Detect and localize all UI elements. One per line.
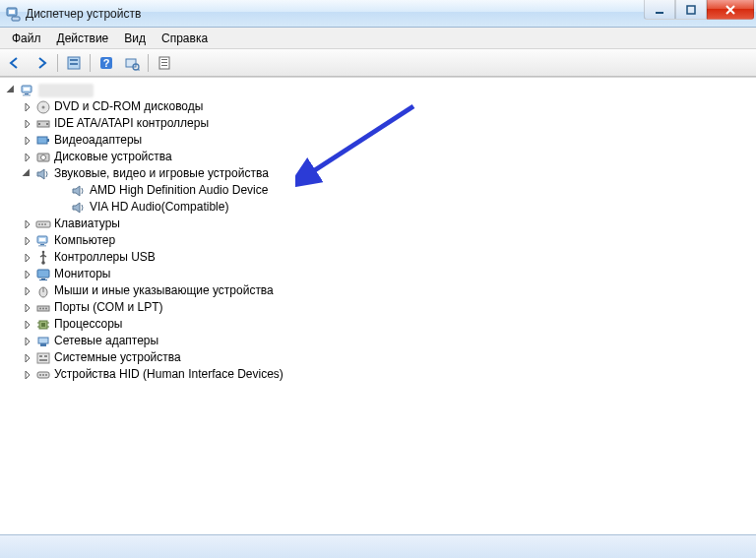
twisty-expanded-icon[interactable] [22, 168, 33, 180]
svg-rect-15 [161, 65, 167, 66]
minimize-button[interactable] [644, 0, 675, 20]
forward-button[interactable] [30, 52, 53, 74]
tree-category[interactable]: Процессоры [4, 316, 756, 333]
svg-rect-13 [161, 59, 167, 60]
disk-drive-icon [35, 150, 51, 165]
titlebar: Диспетчер устройств [0, 0, 756, 28]
svg-rect-7 [70, 63, 78, 65]
usb-icon [35, 250, 51, 266]
tree-category[interactable]: Мониторы [4, 266, 756, 282]
network-icon [35, 334, 51, 349]
twisty-expanded-icon[interactable] [6, 85, 18, 96]
twisty-collapsed-icon[interactable] [22, 302, 33, 314]
tree-category-label: Дисковые устройства [54, 149, 172, 165]
tree-category-label: Мониторы [54, 266, 110, 282]
tree-category[interactable]: Порты (COM и LPT) [4, 299, 756, 316]
svg-rect-4 [687, 6, 695, 14]
twisty-collapsed-icon[interactable] [22, 269, 33, 280]
tree-category-label: Клавиатуры [54, 216, 120, 232]
tree-device[interactable]: AMD High Definition Audio Device [4, 182, 756, 199]
ide-controller-icon [35, 116, 51, 132]
maximize-button[interactable] [675, 0, 707, 20]
tree-category[interactable]: IDE ATA/ATAPI контроллеры [4, 115, 756, 132]
cpu-icon [35, 317, 51, 333]
computer-icon [35, 233, 51, 249]
twisty-collapsed-icon[interactable] [22, 101, 33, 113]
twisty-collapsed-icon[interactable] [22, 285, 33, 297]
svg-rect-6 [70, 59, 78, 61]
tree-category[interactable]: DVD и CD-ROM дисководы [4, 98, 756, 115]
twisty-collapsed-icon[interactable] [22, 336, 33, 347]
display-adapter-icon [35, 133, 51, 149]
tree-device-label: AMD High Definition Audio Device [90, 182, 268, 199]
tree-device[interactable]: VIA HD Audio(Compatible) [4, 199, 756, 216]
svg-rect-3 [656, 12, 663, 14]
svg-rect-1 [9, 10, 15, 14]
toolbar-separator [90, 54, 91, 72]
port-icon [35, 300, 51, 316]
tree-category-label: Мыши и иные указывающие устройства [54, 282, 274, 299]
twisty-collapsed-icon[interactable] [22, 319, 33, 331]
tree-category-label: Сетевые адаптеры [54, 333, 158, 349]
system-icon [35, 350, 51, 366]
root-node-label [38, 84, 94, 97]
menu-action[interactable]: Действие [49, 29, 117, 48]
svg-rect-10 [126, 59, 136, 67]
status-bar [0, 534, 756, 558]
tree-category[interactable]: Системные устройства [4, 349, 756, 366]
twisty-none [57, 202, 69, 214]
twisty-collapsed-icon[interactable] [22, 235, 33, 247]
svg-rect-14 [161, 62, 167, 63]
toolbar: ? [0, 49, 756, 77]
window-controls [644, 0, 754, 20]
tree-root[interactable] [4, 82, 756, 98]
twisty-collapsed-icon[interactable] [22, 218, 33, 230]
help-button[interactable]: ? [94, 52, 118, 74]
tree-category[interactable]: Мыши и иные указывающие устройства [4, 282, 756, 299]
show-hidden-button[interactable] [62, 52, 86, 74]
sound-icon [71, 200, 87, 216]
properties-button[interactable] [153, 52, 176, 74]
svg-rect-2 [12, 17, 20, 21]
twisty-collapsed-icon[interactable] [22, 252, 33, 264]
close-button[interactable] [707, 0, 754, 20]
tree-category[interactable]: Дисковые устройства [4, 149, 756, 165]
tree-category-label: Компьютер [54, 232, 115, 249]
twisty-collapsed-icon[interactable] [22, 118, 33, 130]
tree-category[interactable]: Устройства HID (Human Interface Devices) [4, 366, 756, 383]
twisty-collapsed-icon[interactable] [22, 135, 33, 147]
menubar: Файл Действие Вид Справка [0, 28, 756, 49]
computer-icon [20, 83, 35, 98]
mouse-icon [35, 283, 51, 299]
keyboard-icon [35, 217, 51, 232]
tree-category[interactable]: Клавиатуры [4, 216, 756, 232]
back-button[interactable] [4, 52, 28, 74]
svg-text:?: ? [103, 57, 110, 69]
tree-category[interactable]: Звуковые, видео и игровые устройства [4, 165, 756, 182]
tree-category-label: Контроллеры USB [54, 249, 156, 266]
sound-icon [35, 166, 51, 182]
tree-category-label: IDE ATA/ATAPI контроллеры [54, 115, 209, 132]
toolbar-separator [148, 54, 149, 72]
tree-category[interactable]: Сетевые адаптеры [4, 333, 756, 349]
tree-category-label: Порты (COM и LPT) [54, 299, 163, 316]
tree-category-label: Устройства HID (Human Interface Devices) [54, 366, 284, 383]
tree-category[interactable]: Компьютер [4, 232, 756, 249]
twisty-collapsed-icon[interactable] [22, 152, 33, 163]
menu-file[interactable]: Файл [4, 29, 49, 48]
scan-hardware-button[interactable] [120, 52, 144, 74]
optical-drive-icon [35, 99, 51, 115]
device-tree-pane[interactable]: DVD и CD-ROM дисководыIDE ATA/ATAPI конт… [0, 77, 756, 532]
twisty-collapsed-icon[interactable] [22, 369, 33, 381]
menu-help[interactable]: Справка [154, 29, 216, 48]
tree-category-label: Звуковые, видео и игровые устройства [54, 165, 269, 182]
toolbar-separator [57, 54, 58, 72]
monitor-icon [35, 267, 51, 282]
tree-category[interactable]: Контроллеры USB [4, 249, 756, 266]
menu-view[interactable]: Вид [116, 29, 154, 48]
tree-category-label: Процессоры [54, 316, 123, 333]
twisty-collapsed-icon[interactable] [22, 352, 33, 364]
twisty-none [57, 185, 69, 197]
tree-category[interactable]: Видеоадаптеры [4, 132, 756, 149]
tree-category-label: Системные устройства [54, 349, 181, 366]
